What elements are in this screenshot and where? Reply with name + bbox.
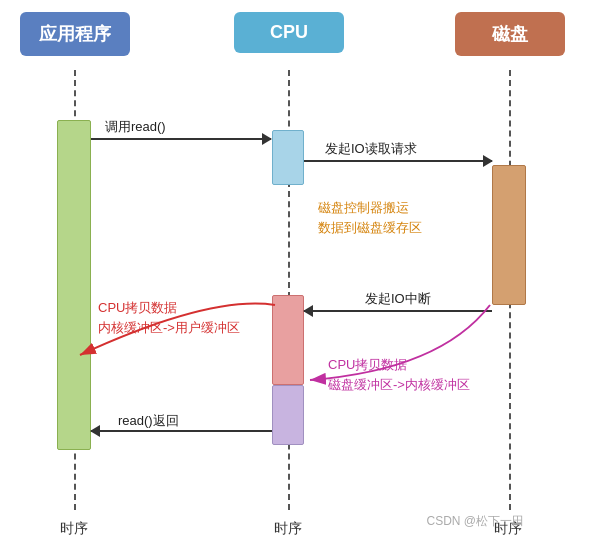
- disk-activity-bar: [492, 165, 526, 305]
- red-arrow-svg: [60, 285, 280, 385]
- call-read-label: 调用read(): [105, 118, 166, 136]
- read-return-arrow: [91, 430, 272, 432]
- header-disk: 磁盘: [455, 12, 565, 56]
- time-label-cpu: 时序: [258, 520, 318, 538]
- io-request-label: 发起IO读取请求: [325, 140, 417, 158]
- cpu-activity-bar-upper: [272, 130, 304, 185]
- time-label-app: 时序: [44, 520, 104, 538]
- header-app: 应用程序: [20, 12, 130, 56]
- watermark: CSDN @松下一田: [426, 513, 524, 530]
- read-return-label: read()返回: [118, 412, 179, 430]
- header-cpu: CPU: [234, 12, 344, 53]
- call-read-arrow: [91, 138, 271, 140]
- io-request-arrow: [304, 160, 492, 162]
- disk-copy-label: 磁盘控制器搬运数据到磁盘缓存区: [318, 198, 422, 237]
- diagram-container: 应用程序 CPU 磁盘 调用read() 发起IO读取请求 磁盘控制器搬运数据到…: [0, 0, 604, 552]
- pink-arrow-svg: [280, 290, 510, 410]
